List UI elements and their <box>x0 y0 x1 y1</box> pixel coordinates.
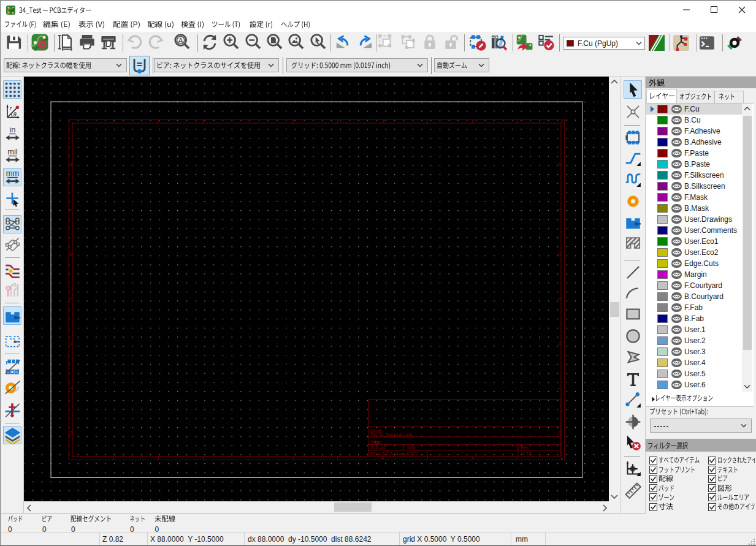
svg-text:B: B <box>558 252 561 256</box>
svg-text:r: r <box>9 105 12 112</box>
svg-text:4: 4 <box>381 456 384 460</box>
svg-text:D: D <box>70 431 73 435</box>
svg-text:1: 1 <box>112 457 115 461</box>
svg-text:A: A <box>558 162 561 167</box>
svg-text:C: C <box>558 341 561 346</box>
svg-text:mm: mm <box>6 169 20 178</box>
svg-text:5: 5 <box>472 119 474 124</box>
svg-text:D: D <box>558 431 561 435</box>
svg-text:Id: 1/1: Id: 1/1 <box>521 452 532 456</box>
svg-text:mil: mil <box>7 148 18 156</box>
svg-text:Rev:: Rev: <box>521 446 529 450</box>
svg-text:B: B <box>70 252 73 256</box>
svg-text:in: in <box>9 126 15 134</box>
svg-text:1: 1 <box>112 119 115 124</box>
svg-text:Title:: Title: <box>370 439 382 445</box>
svg-text:KiCad E.D.A. kicad (6.0.7): KiCad E.D.A. kicad (6.0.7) <box>370 452 417 457</box>
svg-text:C: C <box>70 341 73 346</box>
svg-text:Size: A4: Size: A4 <box>370 446 385 450</box>
svg-text:6: 6 <box>561 119 563 124</box>
svg-text:Date:: Date: <box>407 446 417 450</box>
svg-text:5: 5 <box>472 457 474 461</box>
svg-text:θ: θ <box>13 111 17 118</box>
svg-text:A: A <box>70 162 73 167</box>
svg-text:2: 2 <box>202 457 204 461</box>
svg-text:3: 3 <box>292 119 294 124</box>
svg-text:4: 4 <box>382 119 384 124</box>
svg-text:2: 2 <box>202 119 204 124</box>
svg-text:3: 3 <box>292 457 294 461</box>
svg-text:File: 34_Test.kicad_pcb: File: 34_Test.kicad_pcb <box>370 433 412 438</box>
svg-text:6: 6 <box>560 457 563 461</box>
